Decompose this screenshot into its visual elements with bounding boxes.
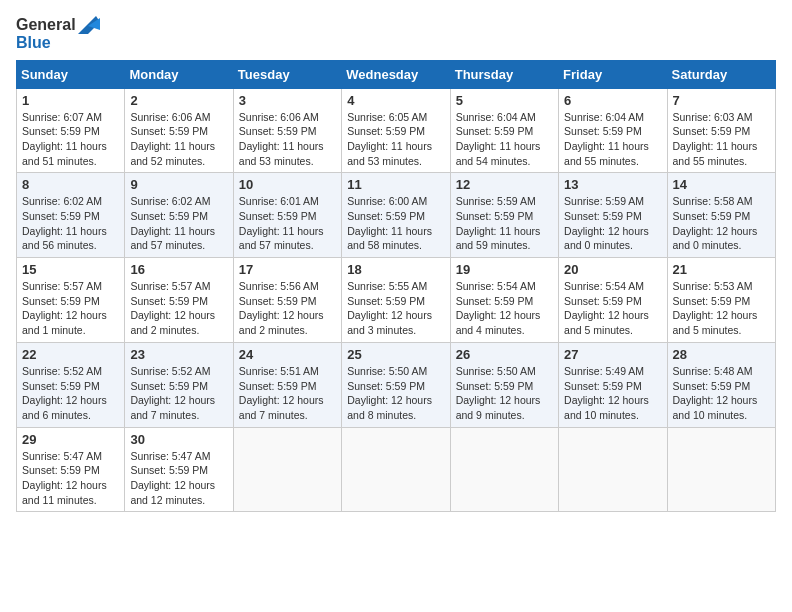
calendar-cell (233, 427, 341, 512)
day-number: 8 (22, 177, 119, 192)
calendar-cell (559, 427, 667, 512)
calendar-cell: 24Sunrise: 5:51 AM Sunset: 5:59 PM Dayli… (233, 342, 341, 427)
logo: General Blue (16, 16, 100, 52)
calendar-cell (667, 427, 775, 512)
calendar-cell: 2Sunrise: 6:06 AM Sunset: 5:59 PM Daylig… (125, 88, 233, 173)
day-info: Sunrise: 5:59 AM Sunset: 5:59 PM Dayligh… (456, 194, 553, 253)
day-info: Sunrise: 6:07 AM Sunset: 5:59 PM Dayligh… (22, 110, 119, 169)
logo-general: General (16, 16, 76, 34)
calendar-cell: 22Sunrise: 5:52 AM Sunset: 5:59 PM Dayli… (17, 342, 125, 427)
calendar-cell: 11Sunrise: 6:00 AM Sunset: 5:59 PM Dayli… (342, 173, 450, 258)
day-info: Sunrise: 5:59 AM Sunset: 5:59 PM Dayligh… (564, 194, 661, 253)
calendar-header-row: SundayMondayTuesdayWednesdayThursdayFrid… (17, 60, 776, 88)
day-info: Sunrise: 6:05 AM Sunset: 5:59 PM Dayligh… (347, 110, 444, 169)
day-number: 17 (239, 262, 336, 277)
day-info: Sunrise: 5:57 AM Sunset: 5:59 PM Dayligh… (22, 279, 119, 338)
day-number: 28 (673, 347, 770, 362)
day-number: 5 (456, 93, 553, 108)
day-number: 3 (239, 93, 336, 108)
calendar-week-row: 15Sunrise: 5:57 AM Sunset: 5:59 PM Dayli… (17, 258, 776, 343)
calendar-week-row: 29Sunrise: 5:47 AM Sunset: 5:59 PM Dayli… (17, 427, 776, 512)
calendar-cell (342, 427, 450, 512)
day-of-week-header: Sunday (17, 60, 125, 88)
calendar-cell: 10Sunrise: 6:01 AM Sunset: 5:59 PM Dayli… (233, 173, 341, 258)
day-info: Sunrise: 5:54 AM Sunset: 5:59 PM Dayligh… (456, 279, 553, 338)
day-of-week-header: Wednesday (342, 60, 450, 88)
day-number: 20 (564, 262, 661, 277)
day-info: Sunrise: 5:47 AM Sunset: 5:59 PM Dayligh… (130, 449, 227, 508)
day-number: 10 (239, 177, 336, 192)
day-of-week-header: Saturday (667, 60, 775, 88)
day-number: 12 (456, 177, 553, 192)
day-info: Sunrise: 5:52 AM Sunset: 5:59 PM Dayligh… (130, 364, 227, 423)
day-number: 6 (564, 93, 661, 108)
calendar-cell (450, 427, 558, 512)
day-number: 7 (673, 93, 770, 108)
day-info: Sunrise: 5:55 AM Sunset: 5:59 PM Dayligh… (347, 279, 444, 338)
day-number: 14 (673, 177, 770, 192)
day-of-week-header: Monday (125, 60, 233, 88)
calendar-cell: 29Sunrise: 5:47 AM Sunset: 5:59 PM Dayli… (17, 427, 125, 512)
calendar-cell: 17Sunrise: 5:56 AM Sunset: 5:59 PM Dayli… (233, 258, 341, 343)
calendar-cell: 7Sunrise: 6:03 AM Sunset: 5:59 PM Daylig… (667, 88, 775, 173)
day-number: 30 (130, 432, 227, 447)
day-info: Sunrise: 6:00 AM Sunset: 5:59 PM Dayligh… (347, 194, 444, 253)
day-number: 13 (564, 177, 661, 192)
calendar-cell: 13Sunrise: 5:59 AM Sunset: 5:59 PM Dayli… (559, 173, 667, 258)
day-number: 21 (673, 262, 770, 277)
calendar-week-row: 8Sunrise: 6:02 AM Sunset: 5:59 PM Daylig… (17, 173, 776, 258)
day-of-week-header: Friday (559, 60, 667, 88)
calendar-cell: 16Sunrise: 5:57 AM Sunset: 5:59 PM Dayli… (125, 258, 233, 343)
calendar-cell: 19Sunrise: 5:54 AM Sunset: 5:59 PM Dayli… (450, 258, 558, 343)
calendar-cell: 27Sunrise: 5:49 AM Sunset: 5:59 PM Dayli… (559, 342, 667, 427)
calendar-cell: 25Sunrise: 5:50 AM Sunset: 5:59 PM Dayli… (342, 342, 450, 427)
day-number: 15 (22, 262, 119, 277)
calendar-cell: 8Sunrise: 6:02 AM Sunset: 5:59 PM Daylig… (17, 173, 125, 258)
logo-text: General Blue (16, 16, 100, 52)
calendar-cell: 20Sunrise: 5:54 AM Sunset: 5:59 PM Dayli… (559, 258, 667, 343)
calendar-table: SundayMondayTuesdayWednesdayThursdayFrid… (16, 60, 776, 513)
day-info: Sunrise: 5:50 AM Sunset: 5:59 PM Dayligh… (347, 364, 444, 423)
day-number: 23 (130, 347, 227, 362)
day-info: Sunrise: 5:47 AM Sunset: 5:59 PM Dayligh… (22, 449, 119, 508)
day-info: Sunrise: 5:54 AM Sunset: 5:59 PM Dayligh… (564, 279, 661, 338)
day-info: Sunrise: 5:50 AM Sunset: 5:59 PM Dayligh… (456, 364, 553, 423)
day-info: Sunrise: 5:58 AM Sunset: 5:59 PM Dayligh… (673, 194, 770, 253)
calendar-cell: 3Sunrise: 6:06 AM Sunset: 5:59 PM Daylig… (233, 88, 341, 173)
calendar-week-row: 22Sunrise: 5:52 AM Sunset: 5:59 PM Dayli… (17, 342, 776, 427)
calendar-cell: 18Sunrise: 5:55 AM Sunset: 5:59 PM Dayli… (342, 258, 450, 343)
day-info: Sunrise: 6:02 AM Sunset: 5:59 PM Dayligh… (22, 194, 119, 253)
day-info: Sunrise: 5:57 AM Sunset: 5:59 PM Dayligh… (130, 279, 227, 338)
calendar-cell: 26Sunrise: 5:50 AM Sunset: 5:59 PM Dayli… (450, 342, 558, 427)
calendar-cell: 14Sunrise: 5:58 AM Sunset: 5:59 PM Dayli… (667, 173, 775, 258)
calendar-cell: 15Sunrise: 5:57 AM Sunset: 5:59 PM Dayli… (17, 258, 125, 343)
day-info: Sunrise: 5:52 AM Sunset: 5:59 PM Dayligh… (22, 364, 119, 423)
day-number: 16 (130, 262, 227, 277)
page-header: General Blue (16, 16, 776, 52)
day-number: 29 (22, 432, 119, 447)
calendar-cell: 4Sunrise: 6:05 AM Sunset: 5:59 PM Daylig… (342, 88, 450, 173)
day-number: 4 (347, 93, 444, 108)
day-info: Sunrise: 6:06 AM Sunset: 5:59 PM Dayligh… (130, 110, 227, 169)
day-number: 1 (22, 93, 119, 108)
day-info: Sunrise: 5:56 AM Sunset: 5:59 PM Dayligh… (239, 279, 336, 338)
day-info: Sunrise: 5:53 AM Sunset: 5:59 PM Dayligh… (673, 279, 770, 338)
day-info: Sunrise: 5:51 AM Sunset: 5:59 PM Dayligh… (239, 364, 336, 423)
day-info: Sunrise: 6:04 AM Sunset: 5:59 PM Dayligh… (564, 110, 661, 169)
day-number: 27 (564, 347, 661, 362)
day-number: 9 (130, 177, 227, 192)
day-of-week-header: Tuesday (233, 60, 341, 88)
day-info: Sunrise: 5:49 AM Sunset: 5:59 PM Dayligh… (564, 364, 661, 423)
calendar-cell: 28Sunrise: 5:48 AM Sunset: 5:59 PM Dayli… (667, 342, 775, 427)
calendar-cell: 1Sunrise: 6:07 AM Sunset: 5:59 PM Daylig… (17, 88, 125, 173)
calendar-week-row: 1Sunrise: 6:07 AM Sunset: 5:59 PM Daylig… (17, 88, 776, 173)
day-number: 11 (347, 177, 444, 192)
logo-bird-icon (78, 16, 100, 34)
calendar-cell: 5Sunrise: 6:04 AM Sunset: 5:59 PM Daylig… (450, 88, 558, 173)
day-number: 19 (456, 262, 553, 277)
calendar-cell: 21Sunrise: 5:53 AM Sunset: 5:59 PM Dayli… (667, 258, 775, 343)
logo-blue: Blue (16, 34, 100, 52)
day-number: 26 (456, 347, 553, 362)
day-number: 25 (347, 347, 444, 362)
day-number: 24 (239, 347, 336, 362)
